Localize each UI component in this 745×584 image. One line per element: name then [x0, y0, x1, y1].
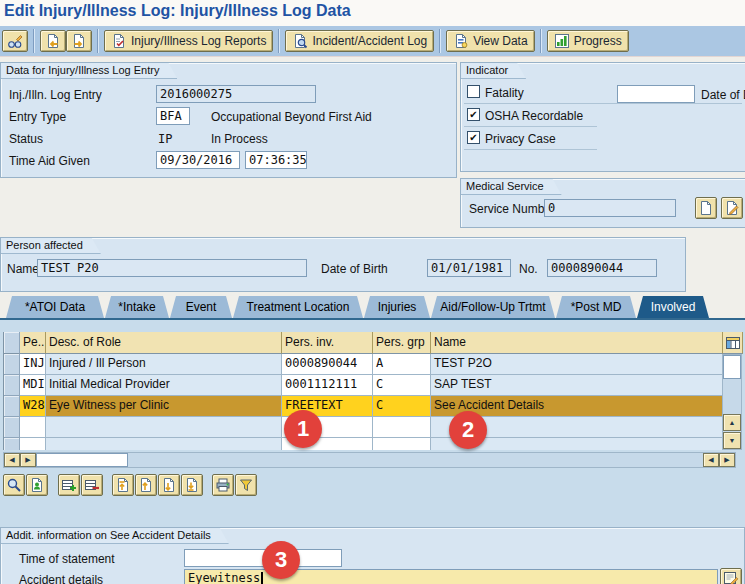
- tab-strip: *ATOI Data*IntakeEventTreatment Location…: [6, 296, 710, 318]
- horizontal-scrollbar[interactable]: ◀ ▶ ◀ ▶: [3, 452, 736, 468]
- cell-pers-inv[interactable]: 0001112111: [282, 375, 373, 396]
- scroll-right-button[interactable]: ▶: [20, 453, 36, 467]
- display-document-button[interactable]: [721, 197, 743, 219]
- accident-details-label: Accident details: [19, 573, 103, 584]
- incident-accident-log-button[interactable]: Incident/Accident Log: [285, 30, 434, 52]
- time-aid-date-field[interactable]: 09/30/2016: [156, 151, 240, 169]
- select-all-column-header[interactable]: [4, 332, 20, 354]
- cell-role: Eye Witness per Clinic: [46, 396, 282, 417]
- create-document-button[interactable]: [695, 197, 717, 219]
- previous-entry-button[interactable]: [40, 30, 66, 52]
- tab--atoi-data[interactable]: *ATOI Data: [6, 296, 104, 318]
- tab--post-md[interactable]: *Post MD: [556, 296, 636, 318]
- delete-row-button[interactable]: [81, 474, 103, 496]
- scroll-left-button-right[interactable]: ◀: [703, 453, 719, 467]
- cell-pe[interactable]: INJ: [20, 354, 46, 375]
- horizontal-scrollbar-track[interactable]: [128, 453, 703, 467]
- cell-pe[interactable]: MDI: [20, 375, 46, 396]
- date-of-birth-label: Date of Birth: [321, 262, 388, 276]
- vertical-scrollbar[interactable]: ▲ ▼: [722, 354, 742, 450]
- cell-pers-grp[interactable]: [373, 438, 431, 450]
- tab-involved[interactable]: Involved: [637, 296, 709, 318]
- date-of-birth-field: 01/01/1981: [427, 259, 511, 277]
- row-selector[interactable]: [4, 354, 20, 375]
- text-editor-button[interactable]: [720, 568, 742, 584]
- date-of-death-label: Date of D: [701, 88, 745, 102]
- column-header-pers-grp[interactable]: Pers. grp: [373, 332, 431, 354]
- scroll-down-button[interactable]: ▼: [723, 432, 741, 449]
- tab-aid-follow-up-trtmt[interactable]: Aid/Follow-Up Trtmt: [431, 296, 555, 318]
- row-selector[interactable]: [4, 375, 20, 396]
- checkbox-label: Fatality: [485, 86, 524, 100]
- cell-pe[interactable]: [20, 417, 46, 438]
- checkbox-fatality[interactable]: [467, 85, 480, 98]
- scroll-up-button[interactable]: ▲: [723, 414, 741, 431]
- display-change-button[interactable]: [2, 30, 28, 52]
- time-of-statement-label: Time of statement: [19, 552, 115, 566]
- column-header-pers-inv-[interactable]: Pers. inv.: [282, 332, 373, 354]
- cell-pers-grp[interactable]: A: [373, 354, 431, 375]
- vertical-scrollbar-thumb[interactable]: [723, 355, 741, 379]
- column-header-desc-of-role[interactable]: Desc. of Role: [46, 332, 282, 354]
- insert-row-button[interactable]: [58, 474, 80, 496]
- injury-illness-log-reports-button[interactable]: Injury/Illness Log Reports: [104, 30, 273, 52]
- progress-button-label: Progress: [574, 34, 622, 48]
- row-selector[interactable]: [4, 396, 20, 417]
- entry-type-label: Entry Type: [9, 110, 66, 124]
- search-button[interactable]: [3, 474, 25, 496]
- progress-button[interactable]: Progress: [547, 30, 629, 52]
- row-separator: [464, 126, 597, 127]
- checkbox-label: Privacy Case: [485, 132, 556, 146]
- time-of-statement-field-1[interactable]: [184, 549, 269, 567]
- table-config-button[interactable]: [723, 332, 743, 354]
- cell-pe[interactable]: W28: [20, 396, 46, 417]
- scroll-right-button-right[interactable]: ▶: [719, 453, 735, 467]
- tab-treatment-location[interactable]: Treatment Location: [233, 296, 363, 318]
- scroll-left-button[interactable]: ◀: [4, 453, 20, 467]
- date-of-death-field[interactable]: [617, 85, 695, 103]
- next-entry-button[interactable]: [66, 30, 92, 52]
- cell-pe[interactable]: [20, 438, 46, 450]
- indicator-group-title: Indicator: [461, 63, 526, 79]
- create-document-icon: [698, 200, 714, 216]
- display-change-icon: [7, 33, 23, 49]
- checkbox-osha-recordable[interactable]: ✔: [467, 108, 480, 121]
- accident-details-field[interactable]: Eyewitness: [184, 569, 718, 584]
- print-button[interactable]: [212, 474, 234, 496]
- person-number-label: No.: [519, 262, 538, 276]
- log-entry-group-title: Data for Injury/Illness Log Entry: [1, 63, 177, 79]
- delete-row-icon: [84, 477, 100, 493]
- reports-icon: [111, 33, 127, 49]
- cell-pers-grp[interactable]: C: [373, 396, 431, 417]
- horizontal-scrollbar-thumb[interactable]: [36, 453, 128, 467]
- tab-injuries[interactable]: Injuries: [364, 296, 430, 318]
- detail-button[interactable]: [26, 474, 48, 496]
- tab-event[interactable]: Event: [170, 296, 232, 318]
- cell-role: Injured / Ill Person: [46, 354, 282, 375]
- cell-pers-grp[interactable]: [373, 417, 431, 438]
- previous-page-icon: [138, 477, 154, 493]
- person-number-field: 0000890044: [547, 259, 657, 277]
- tab--intake[interactable]: *Intake: [105, 296, 169, 318]
- cell-role: [46, 417, 282, 438]
- row-selector[interactable]: [4, 438, 20, 450]
- text-cursor: [261, 572, 263, 584]
- addit-info-group: Addit. information on See Accident Detai…: [0, 527, 745, 584]
- entry-type-field[interactable]: BFA: [156, 107, 190, 125]
- cell-pers-inv[interactable]: 0000890044: [282, 354, 373, 375]
- next-page-icon: [161, 477, 177, 493]
- column-header-name[interactable]: Name: [431, 332, 723, 354]
- cell-name: TEST P2O: [431, 354, 722, 375]
- last-page-button[interactable]: [181, 474, 203, 496]
- column-header-pe-[interactable]: Pe..: [20, 332, 46, 354]
- previous-page-button[interactable]: [135, 474, 157, 496]
- application-toolbar: Injury/Illness Log ReportsIncident/Accid…: [0, 26, 745, 57]
- checkbox-privacy-case[interactable]: ✔: [467, 131, 480, 144]
- filter-button[interactable]: [235, 474, 257, 496]
- first-page-button[interactable]: [112, 474, 134, 496]
- cell-pers-grp[interactable]: C: [373, 375, 431, 396]
- time-aid-time-field[interactable]: 07:36:35: [245, 151, 307, 169]
- view-data-button[interactable]: View Data: [446, 30, 534, 52]
- next-page-button[interactable]: [158, 474, 180, 496]
- row-selector[interactable]: [4, 417, 20, 438]
